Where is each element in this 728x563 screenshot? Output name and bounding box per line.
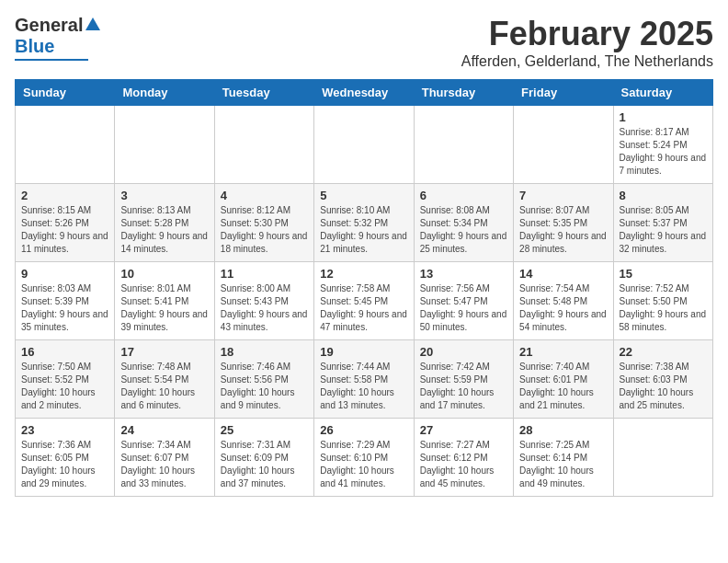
- calendar-cell: 9Sunrise: 8:03 AM Sunset: 5:39 PM Daylig…: [16, 262, 115, 340]
- calendar-cell: 20Sunrise: 7:42 AM Sunset: 5:59 PM Dayli…: [414, 340, 513, 419]
- day-number: 7: [519, 189, 607, 202]
- day-info: Sunrise: 8:15 AM Sunset: 5:26 PM Dayligh…: [21, 204, 108, 256]
- calendar-cell: 26Sunrise: 7:29 AM Sunset: 6:10 PM Dayli…: [314, 419, 414, 497]
- calendar-cell: 6Sunrise: 8:08 AM Sunset: 5:34 PM Daylig…: [414, 184, 513, 262]
- day-number: 28: [519, 423, 607, 437]
- calendar-cell: 25Sunrise: 7:31 AM Sunset: 6:09 PM Dayli…: [214, 419, 313, 497]
- calendar-table: SundayMondayTuesdayWednesdayThursdayFrid…: [15, 79, 713, 497]
- logo-general-text: General: [15, 15, 83, 36]
- calendar-week-row: 16Sunrise: 7:50 AM Sunset: 5:52 PM Dayli…: [16, 340, 713, 419]
- calendar-cell: 16Sunrise: 7:50 AM Sunset: 5:52 PM Dayli…: [16, 340, 115, 419]
- weekday-header-saturday: Saturday: [613, 80, 712, 106]
- day-number: 8: [620, 189, 707, 202]
- day-info: Sunrise: 7:56 AM Sunset: 5:47 PM Dayligh…: [420, 282, 507, 334]
- day-info: Sunrise: 7:31 AM Sunset: 6:09 PM Dayligh…: [221, 439, 308, 490]
- day-info: Sunrise: 7:27 AM Sunset: 6:12 PM Dayligh…: [420, 439, 507, 490]
- calendar-cell: 18Sunrise: 7:46 AM Sunset: 5:56 PM Dayli…: [214, 340, 313, 419]
- day-info: Sunrise: 7:40 AM Sunset: 6:01 PM Dayligh…: [519, 361, 607, 412]
- day-number: 16: [21, 345, 108, 359]
- calendar-week-row: 2Sunrise: 8:15 AM Sunset: 5:26 PM Daylig…: [16, 184, 713, 262]
- day-number: 5: [320, 189, 407, 202]
- day-number: 1: [620, 110, 707, 124]
- day-info: Sunrise: 7:29 AM Sunset: 6:10 PM Dayligh…: [320, 439, 407, 490]
- calendar-cell: [214, 106, 313, 184]
- day-number: 24: [120, 423, 208, 437]
- day-number: 25: [221, 423, 308, 437]
- day-info: Sunrise: 7:52 AM Sunset: 5:50 PM Dayligh…: [620, 282, 707, 334]
- calendar-cell: [514, 106, 613, 184]
- calendar-cell: [115, 106, 214, 184]
- day-info: Sunrise: 8:07 AM Sunset: 5:35 PM Dayligh…: [519, 204, 607, 256]
- calendar-cell: 13Sunrise: 7:56 AM Sunset: 5:47 PM Dayli…: [414, 262, 513, 340]
- calendar-cell: 1Sunrise: 8:17 AM Sunset: 5:24 PM Daylig…: [613, 106, 712, 184]
- calendar-cell: 10Sunrise: 8:01 AM Sunset: 5:41 PM Dayli…: [115, 262, 214, 340]
- day-number: 3: [120, 189, 208, 202]
- month-title: February 2025: [461, 15, 713, 53]
- calendar-cell: 22Sunrise: 7:38 AM Sunset: 6:03 PM Dayli…: [613, 340, 712, 419]
- day-info: Sunrise: 8:03 AM Sunset: 5:39 PM Dayligh…: [21, 282, 108, 334]
- calendar-week-row: 1Sunrise: 8:17 AM Sunset: 5:24 PM Daylig…: [16, 106, 713, 184]
- day-info: Sunrise: 7:54 AM Sunset: 5:48 PM Dayligh…: [519, 282, 607, 334]
- weekday-header-friday: Friday: [514, 80, 613, 106]
- day-info: Sunrise: 7:48 AM Sunset: 5:54 PM Dayligh…: [120, 361, 208, 412]
- day-info: Sunrise: 7:50 AM Sunset: 5:52 PM Dayligh…: [21, 361, 108, 412]
- day-info: Sunrise: 8:00 AM Sunset: 5:43 PM Dayligh…: [221, 282, 308, 334]
- weekday-header-sunday: Sunday: [16, 80, 115, 106]
- day-number: 6: [420, 189, 507, 202]
- day-number: 21: [519, 345, 607, 359]
- day-number: 15: [620, 267, 707, 281]
- header: General Blue February 2025 Afferden, Gel…: [15, 15, 713, 70]
- day-info: Sunrise: 8:01 AM Sunset: 5:41 PM Dayligh…: [120, 282, 208, 334]
- title-area: February 2025 Afferden, Gelderland, The …: [461, 15, 713, 70]
- day-number: 23: [21, 423, 108, 437]
- calendar-cell: 15Sunrise: 7:52 AM Sunset: 5:50 PM Dayli…: [613, 262, 712, 340]
- calendar-cell: 11Sunrise: 8:00 AM Sunset: 5:43 PM Dayli…: [214, 262, 313, 340]
- day-info: Sunrise: 8:12 AM Sunset: 5:30 PM Dayligh…: [221, 204, 308, 256]
- calendar-cell: 23Sunrise: 7:36 AM Sunset: 6:05 PM Dayli…: [16, 419, 115, 497]
- day-number: 9: [21, 267, 108, 281]
- day-info: Sunrise: 7:25 AM Sunset: 6:14 PM Dayligh…: [519, 439, 607, 490]
- day-number: 20: [420, 345, 507, 359]
- calendar-cell: [16, 106, 115, 184]
- day-number: 10: [120, 267, 208, 281]
- calendar-week-row: 9Sunrise: 8:03 AM Sunset: 5:39 PM Daylig…: [16, 262, 713, 340]
- logo-underline: [15, 59, 88, 61]
- day-number: 27: [420, 423, 507, 437]
- calendar-cell: 14Sunrise: 7:54 AM Sunset: 5:48 PM Dayli…: [514, 262, 613, 340]
- day-number: 4: [221, 189, 308, 202]
- weekday-header-wednesday: Wednesday: [314, 80, 414, 106]
- logo-blue-text: Blue: [15, 36, 54, 57]
- day-info: Sunrise: 8:17 AM Sunset: 5:24 PM Dayligh…: [620, 126, 707, 178]
- logo-triangle-icon: [85, 17, 100, 30]
- day-number: 26: [320, 423, 407, 437]
- calendar-cell: 7Sunrise: 8:07 AM Sunset: 5:35 PM Daylig…: [514, 184, 613, 262]
- calendar-week-row: 23Sunrise: 7:36 AM Sunset: 6:05 PM Dayli…: [16, 419, 713, 497]
- calendar-cell: 2Sunrise: 8:15 AM Sunset: 5:26 PM Daylig…: [16, 184, 115, 262]
- calendar-cell: 8Sunrise: 8:05 AM Sunset: 5:37 PM Daylig…: [613, 184, 712, 262]
- location-title: Afferden, Gelderland, The Netherlands: [461, 53, 713, 70]
- day-info: Sunrise: 7:58 AM Sunset: 5:45 PM Dayligh…: [320, 282, 407, 334]
- day-info: Sunrise: 8:08 AM Sunset: 5:34 PM Dayligh…: [420, 204, 507, 256]
- day-number: 2: [21, 189, 108, 202]
- calendar-cell: 4Sunrise: 8:12 AM Sunset: 5:30 PM Daylig…: [214, 184, 313, 262]
- day-info: Sunrise: 7:44 AM Sunset: 5:58 PM Dayligh…: [320, 361, 407, 412]
- day-info: Sunrise: 8:13 AM Sunset: 5:28 PM Dayligh…: [120, 204, 208, 256]
- calendar-cell: 27Sunrise: 7:27 AM Sunset: 6:12 PM Dayli…: [414, 419, 513, 497]
- day-info: Sunrise: 7:42 AM Sunset: 5:59 PM Dayligh…: [420, 361, 507, 412]
- calendar-cell: 24Sunrise: 7:34 AM Sunset: 6:07 PM Dayli…: [115, 419, 214, 497]
- day-number: 19: [320, 345, 407, 359]
- day-number: 17: [120, 345, 208, 359]
- day-number: 18: [221, 345, 308, 359]
- weekday-header-tuesday: Tuesday: [214, 80, 313, 106]
- day-number: 22: [620, 345, 707, 359]
- day-number: 14: [519, 267, 607, 281]
- weekday-header-row: SundayMondayTuesdayWednesdayThursdayFrid…: [16, 80, 713, 106]
- day-info: Sunrise: 7:36 AM Sunset: 6:05 PM Dayligh…: [21, 439, 108, 490]
- day-number: 11: [221, 267, 308, 281]
- calendar-cell: 19Sunrise: 7:44 AM Sunset: 5:58 PM Dayli…: [314, 340, 414, 419]
- calendar-cell: [314, 106, 414, 184]
- day-info: Sunrise: 7:46 AM Sunset: 5:56 PM Dayligh…: [221, 361, 308, 412]
- calendar-cell: [414, 106, 513, 184]
- calendar-cell: 5Sunrise: 8:10 AM Sunset: 5:32 PM Daylig…: [314, 184, 414, 262]
- day-info: Sunrise: 7:38 AM Sunset: 6:03 PM Dayligh…: [620, 361, 707, 412]
